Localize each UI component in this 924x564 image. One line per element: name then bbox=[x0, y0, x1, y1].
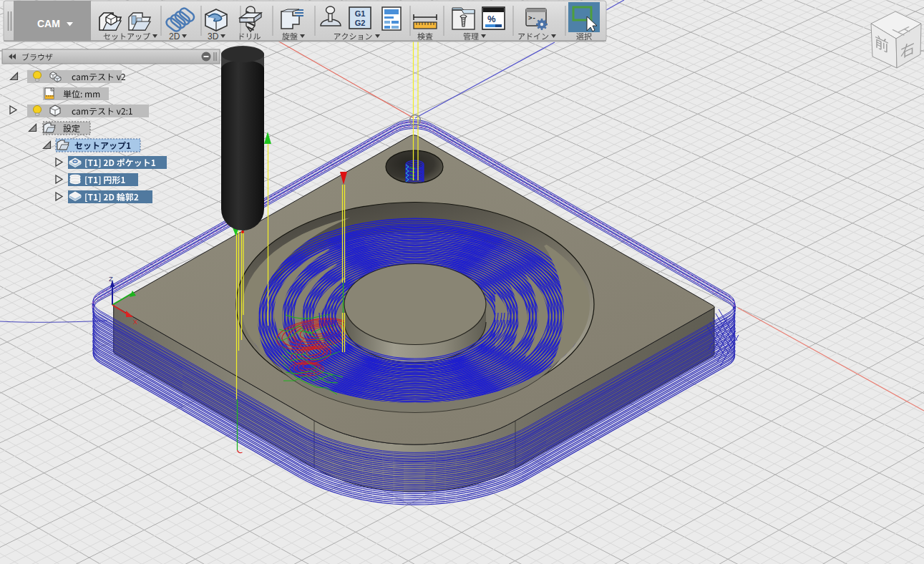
svg-text:3D: 3D bbox=[208, 31, 219, 42]
svg-text:G2: G2 bbox=[355, 19, 366, 27]
svg-text:G1: G1 bbox=[355, 9, 366, 18]
svg-text:%: % bbox=[487, 14, 496, 24]
svg-text:>-: >- bbox=[528, 15, 536, 22]
svg-text:2D: 2D bbox=[169, 31, 180, 42]
svg-text:Z: Z bbox=[109, 275, 113, 283]
svg-text:X: X bbox=[133, 319, 137, 326]
svg-text:CAM: CAM bbox=[37, 18, 60, 29]
